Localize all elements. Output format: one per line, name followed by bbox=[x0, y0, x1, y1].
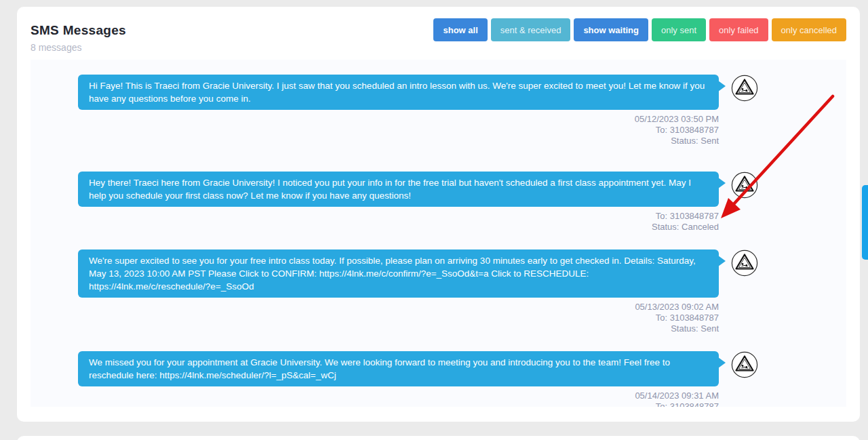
bubble-tail bbox=[718, 256, 726, 266]
sms-messages-card: SMS Messages 8 messages show all sent & … bbox=[17, 7, 860, 422]
message-status: Status: Sent bbox=[78, 136, 719, 146]
message-bubble: Hi Faye! This is Traeci from Gracie Univ… bbox=[78, 75, 719, 110]
message-meta: 05/14/2023 09:31 AM To: 3103848787 bbox=[78, 391, 719, 407]
message-recipient: To: 3103848787 bbox=[78, 125, 719, 136]
sent-received-button[interactable]: sent & received bbox=[491, 18, 571, 41]
bubble-tail bbox=[718, 357, 726, 368]
side-panel-tab[interactable] bbox=[862, 185, 868, 260]
avatar bbox=[731, 351, 758, 381]
message-text: Hey there! Traeci here from Gracie Unive… bbox=[89, 178, 691, 201]
gracie-university-logo-icon bbox=[731, 351, 758, 378]
avatar bbox=[731, 172, 758, 201]
message-list: Hi Faye! This is Traeci from Gracie Univ… bbox=[31, 60, 846, 407]
only-sent-button[interactable]: only sent bbox=[652, 18, 706, 41]
message-bubble: Hey there! Traeci here from Gracie Unive… bbox=[78, 172, 719, 207]
message-recipient: To: 3103848787 bbox=[78, 313, 719, 323]
message-timestamp: 05/13/2023 09:02 AM bbox=[78, 302, 719, 313]
message-status: Status: Canceled bbox=[78, 222, 719, 233]
message-text: We missed you for your appointment at Gr… bbox=[89, 357, 670, 380]
avatar bbox=[731, 75, 758, 104]
message-text: We're super excited to see you for your … bbox=[89, 256, 696, 292]
only-failed-button[interactable]: only failed bbox=[709, 18, 768, 41]
message-row: We missed you for your appointment at Gr… bbox=[78, 351, 846, 407]
page-title: SMS Messages bbox=[31, 23, 126, 38]
message-timestamp: 05/14/2023 09:31 AM bbox=[78, 391, 719, 401]
message-bubble: We missed you for your appointment at Gr… bbox=[78, 351, 719, 386]
show-all-button[interactable]: show all bbox=[433, 18, 487, 41]
bubble-tail bbox=[718, 178, 726, 188]
message-recipient: To: 3103848787 bbox=[78, 211, 719, 222]
sms-messages-page: SMS Messages 8 messages show all sent & … bbox=[0, 0, 868, 440]
bubble-tail bbox=[718, 81, 726, 92]
gracie-university-logo-icon bbox=[731, 75, 758, 102]
message-bubble: We're super excited to see you for your … bbox=[78, 249, 719, 298]
filter-button-group: show all sent & received show waiting on… bbox=[433, 18, 846, 41]
gracie-university-logo-icon bbox=[731, 172, 758, 199]
message-text: Hi Faye! This is Traeci from Gracie Univ… bbox=[89, 81, 705, 104]
message-timestamp: 05/12/2023 03:50 PM bbox=[78, 114, 719, 125]
message-meta: 05/13/2023 09:02 AM To: 3103848787 Statu… bbox=[78, 302, 719, 334]
message-status: Status: Sent bbox=[78, 323, 719, 334]
next-card-top-edge bbox=[17, 436, 860, 440]
message-row: Hey there! Traeci here from Gracie Unive… bbox=[78, 172, 846, 233]
message-recipient: To: 3103848787 bbox=[78, 401, 719, 407]
message-row: We're super excited to see you for your … bbox=[78, 249, 846, 334]
message-meta: To: 3103848787 Status: Canceled bbox=[78, 211, 719, 233]
show-waiting-button[interactable]: show waiting bbox=[574, 18, 648, 41]
message-row: Hi Faye! This is Traeci from Gracie Univ… bbox=[78, 75, 846, 146]
only-cancelled-button[interactable]: only cancelled bbox=[772, 18, 846, 41]
gracie-university-logo-icon bbox=[731, 249, 758, 277]
message-meta: 05/12/2023 03:50 PM To: 3103848787 Statu… bbox=[78, 114, 719, 146]
message-count: 8 messages bbox=[31, 42, 81, 53]
avatar bbox=[731, 249, 758, 279]
